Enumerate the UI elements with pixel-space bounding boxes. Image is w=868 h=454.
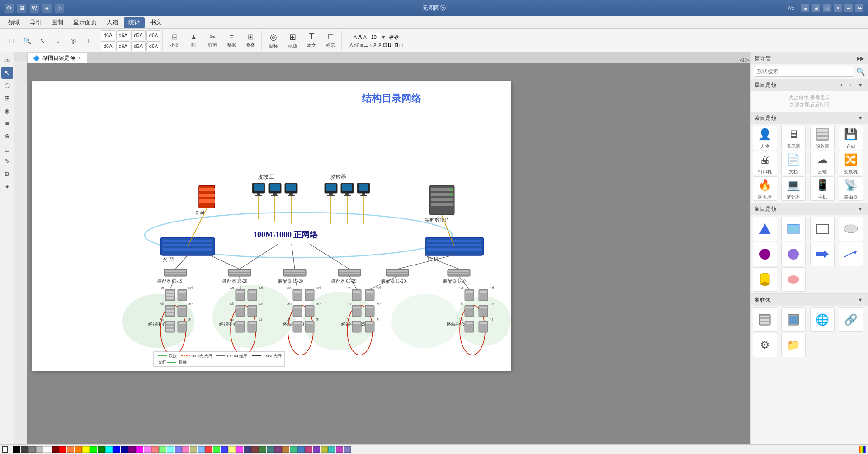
shape-mobile[interactable]: 📱 手机 — [810, 176, 835, 201]
shapes-add-btn-1[interactable]: + — [846, 81, 854, 89]
tb-data[interactable]: ≡ 整据 — [222, 31, 241, 50]
font-size-input[interactable] — [368, 33, 380, 41]
size-d6a-4[interactable]: d6A — [146, 30, 161, 40]
tb-rectangle-btn[interactable]: □ — [5, 33, 19, 48]
shape-router[interactable]: 📡 路由器 — [839, 176, 863, 201]
color-orange[interactable] — [75, 446, 82, 453]
left-tool-grid[interactable]: ⊞ — [1, 92, 13, 104]
tb-rect-btn2[interactable]: □ 标示 — [321, 31, 340, 50]
color-darkblue[interactable] — [121, 446, 128, 453]
redo-button[interactable]: ↪ — [855, 4, 863, 12]
shape-person[interactable]: 👤 人物 — [753, 126, 777, 150]
color-khaki[interactable] — [190, 446, 197, 453]
app-icon-1[interactable]: ⚙ — [5, 4, 14, 13]
left-tool-connect[interactable]: ◈ — [1, 105, 13, 117]
app-icon-4[interactable]: ◈ — [42, 4, 52, 13]
size-d6a-7[interactable]: d6A — [131, 41, 146, 51]
color-orchid[interactable] — [336, 446, 343, 453]
color-darkgray[interactable] — [21, 446, 28, 453]
left-tool-star[interactable]: ✦ — [1, 181, 13, 193]
tb-arrange[interactable]: ▲ 稲 — [184, 31, 203, 50]
color-magenta[interactable] — [136, 446, 143, 453]
minimize-button[interactable]: ⊟ — [801, 4, 809, 12]
menu-lingyu[interactable]: 领域 — [4, 17, 24, 28]
shape-laptop[interactable]: 💻 笔记本 — [781, 176, 806, 201]
size-d6a-6[interactable]: d6A — [116, 41, 131, 51]
shape-storage[interactable]: 💾 存储 — [839, 126, 863, 150]
menu-tongji[interactable]: 统计 — [124, 17, 145, 28]
tb-cursor-btn[interactable]: ↖ — [35, 33, 50, 48]
size-d6a-1[interactable]: d6A — [101, 30, 115, 40]
color-light-red[interactable] — [151, 446, 159, 453]
tb-trim[interactable]: ✂ 剪剪 — [203, 31, 222, 50]
left-tool-layers[interactable]: ≡ — [1, 118, 13, 129]
color-bright-blue[interactable] — [221, 446, 228, 453]
shapes-header-index[interactable]: 索目是领 ▼ — [751, 112, 868, 124]
color-light-blue[interactable] — [175, 446, 182, 453]
shape-arrow-diagonal[interactable] — [839, 242, 863, 266]
shapes-collapse-btn-2[interactable]: ▼ — [856, 205, 864, 213]
color-green[interactable] — [98, 446, 105, 453]
color-light-magenta[interactable] — [144, 446, 151, 453]
color-black[interactable] — [13, 446, 20, 453]
shape-server[interactable]: 服务器 — [810, 126, 835, 150]
undo-button[interactable]: ↩ — [844, 4, 853, 12]
color-bright-magenta[interactable] — [236, 446, 243, 453]
color-lime[interactable] — [90, 446, 97, 453]
tb-plus-btn[interactable]: + — [81, 33, 96, 48]
menu-tuzhi[interactable]: 图制 — [47, 17, 68, 28]
shapes-header-links[interactable]: 象联领 ▼ — [751, 294, 868, 306]
color-turquoise[interactable] — [328, 446, 335, 453]
color-bright-red[interactable] — [205, 446, 212, 453]
shape-rect-outline[interactable] — [810, 217, 835, 241]
color-raspberry[interactable] — [305, 446, 312, 453]
page-tab-active[interactable]: 🔷 副图目案是领 ✕ — [27, 53, 87, 63]
menu-renpu[interactable]: 人谱 — [102, 17, 123, 28]
size-d6a-3[interactable]: d6A — [131, 30, 146, 40]
menu-dayin[interactable]: 导引 — [25, 17, 46, 28]
shape-ellipse-grey[interactable] — [839, 217, 863, 241]
tb-size-small[interactable]: ⊟ 小文 — [165, 31, 184, 50]
color-orange-red[interactable] — [67, 446, 74, 453]
tb-fill-btn[interactable]: ◎ — [66, 33, 80, 48]
canvas-content[interactable]: 结构目录网络 100M\1000 正网络 关网 攻故工 — [27, 72, 750, 444]
link-shape-2[interactable] — [781, 307, 806, 332]
color-chartreuse[interactable] — [321, 446, 328, 453]
color-maroon[interactable] — [52, 446, 59, 453]
menu-shuwen[interactable]: 书文 — [146, 17, 166, 28]
shape-circle-purple[interactable] — [753, 242, 777, 266]
shapes-header-2[interactable]: 象目是领 ▼ — [751, 203, 868, 215]
color-pink[interactable] — [182, 446, 189, 453]
shapes-close-btn-1[interactable]: ✕ — [836, 81, 844, 89]
color-slate[interactable] — [344, 446, 351, 453]
left-tool-table[interactable]: ▤ — [1, 143, 13, 155]
tb-format[interactable]: ⊞ 标题 — [283, 31, 302, 50]
color-purple[interactable] — [128, 446, 136, 453]
shape-cloud[interactable]: ☁ 云端 — [810, 151, 835, 175]
color-indigo[interactable] — [244, 446, 251, 453]
left-tool-settings[interactable]: ⚙ — [1, 168, 13, 180]
left-tool-draw[interactable]: ✎ — [1, 156, 13, 167]
size-d6a-2[interactable]: d6A — [116, 30, 131, 40]
shape-network[interactable]: 🔀 交换机 — [839, 151, 863, 175]
app-icon-2[interactable]: ⊞ — [17, 4, 26, 13]
color-gray[interactable] — [28, 446, 36, 453]
shapes-collapse-btn-1[interactable]: ▼ — [856, 81, 864, 89]
app-icon-5[interactable]: ▷ — [55, 4, 64, 13]
color-olive-green[interactable] — [259, 446, 266, 453]
link-shape-5[interactable]: ⚙ — [753, 333, 777, 357]
color-light-yellow[interactable] — [228, 446, 236, 453]
shape-triangle-blue[interactable] — [753, 217, 777, 241]
link-shape-4[interactable]: 🔗 — [839, 307, 863, 332]
color-silver[interactable] — [36, 446, 43, 453]
size-d6a-8[interactable]: d6A — [146, 41, 161, 51]
color-cornflower[interactable] — [297, 446, 305, 453]
tb-stack[interactable]: ⊞ 叠叠 — [241, 31, 259, 50]
color-cyan[interactable] — [105, 446, 113, 453]
shape-printer[interactable]: 🖨 打印机 — [753, 151, 777, 175]
color-white[interactable] — [44, 446, 51, 453]
color-blue[interactable] — [113, 446, 120, 453]
shape-firewall[interactable]: 🔥 防火墙 — [753, 176, 777, 201]
color-teal[interactable] — [267, 446, 274, 453]
menu-xianshi[interactable]: 显示面页 — [69, 17, 101, 28]
